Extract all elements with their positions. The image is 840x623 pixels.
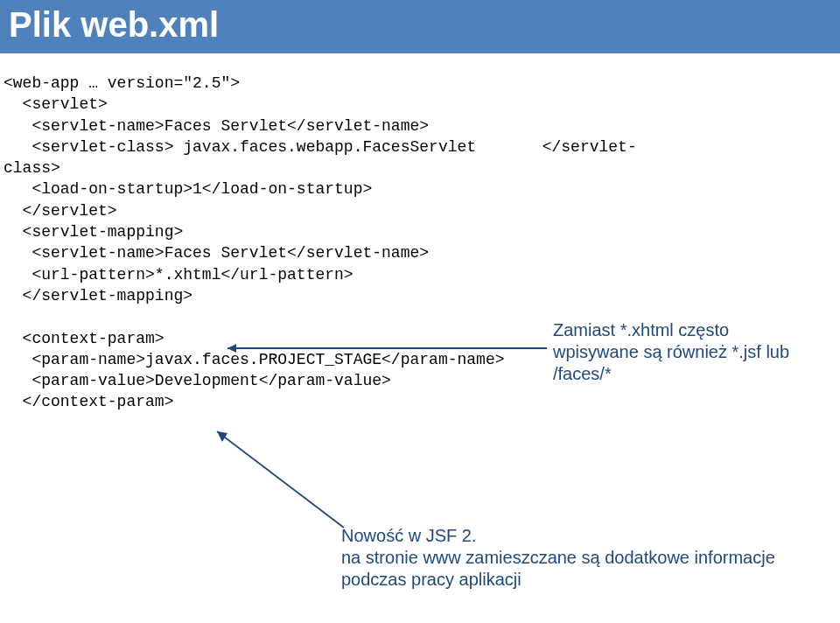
arrow-icon	[208, 423, 383, 536]
code-line: <param-value>Development</param-value>	[4, 372, 391, 389]
page-title: Plik web.xml	[0, 0, 840, 53]
code-line: <servlet-class> javax.faces.webapp.Faces…	[4, 138, 637, 156]
annotation-url-pattern: Zamiast *.xhtml często wpisywane są równ…	[553, 319, 816, 385]
svg-marker-1	[228, 344, 236, 353]
code-line: </context-param>	[4, 393, 173, 410]
code-line: <servlet-name>Faces Servlet</servlet-nam…	[4, 244, 429, 262]
code-line: <servlet-mapping>	[4, 223, 183, 241]
annotation-context-param: Nowość w JSF 2. na stronie www zamieszcz…	[341, 525, 814, 591]
annotation-line: Nowość w JSF 2.	[341, 525, 814, 547]
annotation-line: na stronie www zamieszczane są dodatkowe…	[341, 547, 814, 591]
arrow-icon	[219, 340, 551, 357]
svg-marker-3	[217, 431, 228, 442]
code-line: class>	[4, 159, 60, 177]
code-line: <servlet>	[4, 95, 108, 113]
code-line: <web-app … version="2.5">	[4, 74, 240, 92]
code-line: <context-param>	[4, 330, 164, 347]
svg-line-2	[217, 431, 344, 528]
code-line: <load-on-startup>1</load-on-startup>	[4, 180, 372, 198]
code-line: <servlet-name>Faces Servlet</servlet-nam…	[4, 117, 429, 135]
code-line: <url-pattern>*.xhtml</url-pattern>	[4, 266, 354, 284]
code-line: </servlet-mapping>	[4, 287, 192, 304]
code-line: </servlet>	[4, 202, 117, 220]
